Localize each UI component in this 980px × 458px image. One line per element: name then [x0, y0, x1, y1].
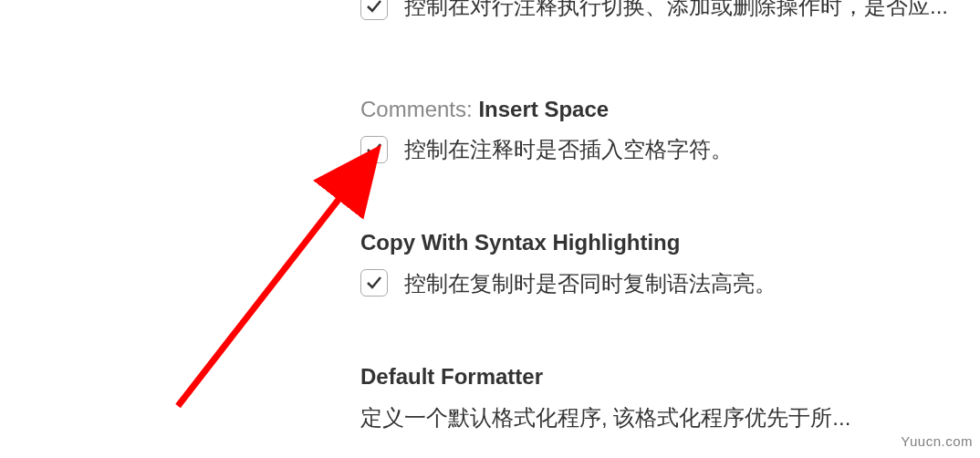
setting-item-default-formatter: Default Formatter 定义一个默认格式化程序, 该格式化程序优先于… — [360, 362, 980, 434]
setting-name: Default Formatter — [360, 364, 543, 389]
checkmark-icon — [365, 0, 383, 16]
setting-name: Copy With Syntax Highlighting — [360, 230, 680, 255]
checkbox-copy-syntax[interactable] — [360, 269, 388, 297]
setting-item-partial: 控制在对行注释执行切换、添加或删除操作时，是否应... — [360, 0, 980, 22]
setting-title: Comments: Insert Space — [360, 95, 980, 123]
settings-panel: 控制在对行注释执行切换、添加或删除操作时，是否应... Comments: In… — [0, 0, 980, 434]
checkbox-partial[interactable] — [360, 0, 388, 20]
setting-title: Copy With Syntax Highlighting — [360, 228, 980, 256]
setting-title: Default Formatter — [360, 362, 980, 390]
watermark: Yuucn.com — [901, 433, 973, 449]
setting-item-insert-space: Comments: Insert Space 控制在注释时是否插入空格字符。 — [360, 95, 980, 165]
checkmark-icon — [365, 274, 383, 292]
checkmark-icon — [365, 141, 383, 159]
setting-description: 控制在注释时是否插入空格字符。 — [404, 134, 733, 165]
checkbox-insert-space[interactable] — [360, 136, 388, 163]
setting-prefix: Comments: — [360, 97, 478, 121]
setting-name: Insert Space — [478, 97, 609, 121]
setting-description: 定义一个默认格式化程序, 该格式化程序优先于所... — [360, 401, 980, 434]
setting-item-copy-syntax: Copy With Syntax Highlighting 控制在复制时是否同时… — [360, 228, 980, 298]
setting-description: 控制在复制时是否同时复制语法高亮。 — [404, 268, 777, 299]
setting-description: 控制在对行注释执行切换、添加或删除操作时，是否应... — [404, 0, 948, 22]
